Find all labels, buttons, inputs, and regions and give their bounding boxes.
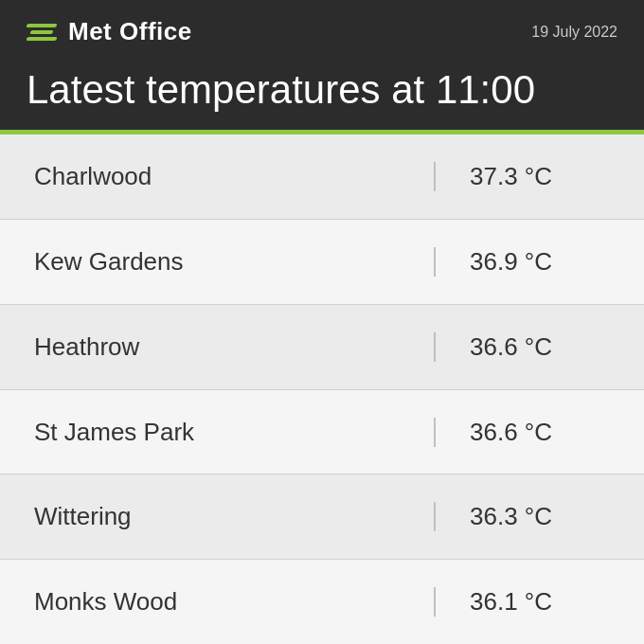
temperature-cell: 36.3 °C <box>436 502 644 531</box>
temperature-cell: 36.9 °C <box>436 247 644 277</box>
met-office-icon <box>27 24 57 41</box>
header-top: Met Office 19 July 2022 <box>27 17 617 46</box>
temperature-cell: 36.6 °C <box>436 418 644 447</box>
header: Met Office 19 July 2022 Latest temperatu… <box>0 0 644 130</box>
temperature-table: Charlwood37.3 °CKew Gardens36.9 °CHeathr… <box>0 134 644 644</box>
card: Met Office 19 July 2022 Latest temperatu… <box>0 0 644 644</box>
location-cell: Kew Gardens <box>0 247 436 277</box>
table-row: St James Park36.6 °C <box>0 390 644 475</box>
table-row: Heathrow36.6 °C <box>0 305 644 390</box>
location-cell: Monks Wood <box>0 587 436 617</box>
table-row: Kew Gardens36.9 °C <box>0 220 644 305</box>
location-cell: Charlwood <box>0 162 436 191</box>
date-label: 19 July 2022 <box>531 24 617 41</box>
logo-area: Met Office <box>27 17 192 46</box>
table-row: Wittering36.3 °C <box>0 474 644 560</box>
location-cell: St James Park <box>0 418 436 447</box>
temperature-cell: 36.1 °C <box>436 587 644 617</box>
temperature-cell: 37.3 °C <box>436 162 644 191</box>
location-cell: Heathrow <box>0 332 436 362</box>
location-cell: Wittering <box>0 502 436 531</box>
logo-text: Met Office <box>68 17 192 46</box>
table-row: Charlwood37.3 °C <box>0 134 644 220</box>
page-title: Latest temperatures at 11:00 <box>27 56 617 130</box>
table-row: Monks Wood36.1 °C <box>0 560 644 644</box>
temperature-cell: 36.6 °C <box>436 332 644 362</box>
